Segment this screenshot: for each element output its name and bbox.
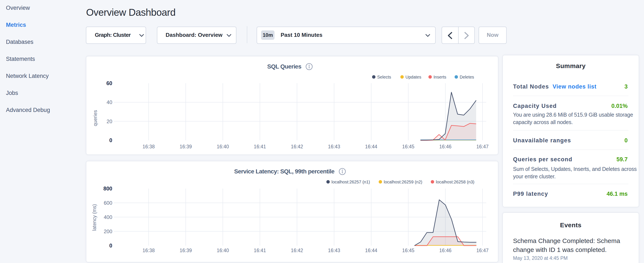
svg-text:16:45: 16:45 <box>402 144 414 149</box>
svg-text:20: 20 <box>106 119 112 124</box>
svg-text:16:40: 16:40 <box>217 144 229 149</box>
svg-text:16:42: 16:42 <box>291 248 303 253</box>
svg-text:400: 400 <box>104 214 112 220</box>
svg-text:16:47: 16:47 <box>476 144 489 149</box>
svg-text:800: 800 <box>103 185 112 191</box>
svg-text:queries: queries <box>92 110 98 126</box>
svg-text:16:39: 16:39 <box>180 248 192 253</box>
svg-text:16:44: 16:44 <box>365 144 378 149</box>
svg-text:16:43: 16:43 <box>328 248 340 253</box>
svg-text:latency (ms): latency (ms) <box>92 204 97 231</box>
svg-text:0: 0 <box>109 137 112 143</box>
svg-text:60: 60 <box>106 80 112 86</box>
svg-text:0: 0 <box>109 242 112 248</box>
svg-text:16:42: 16:42 <box>291 144 303 149</box>
svg-text:16:41: 16:41 <box>254 248 266 253</box>
svg-text:40: 40 <box>106 99 112 105</box>
svg-text:16:46: 16:46 <box>439 248 452 253</box>
svg-text:16:41: 16:41 <box>254 144 266 149</box>
svg-text:16:43: 16:43 <box>328 144 340 149</box>
svg-text:600: 600 <box>104 200 112 206</box>
svg-text:16:38: 16:38 <box>142 144 155 149</box>
svg-text:200: 200 <box>104 228 112 234</box>
svg-text:16:40: 16:40 <box>217 248 229 253</box>
svg-text:16:39: 16:39 <box>180 144 192 149</box>
svg-text:16:46: 16:46 <box>439 144 452 149</box>
svg-text:16:38: 16:38 <box>142 248 155 253</box>
svg-text:16:44: 16:44 <box>365 248 378 253</box>
svg-text:16:45: 16:45 <box>402 248 414 253</box>
svg-text:16:47: 16:47 <box>476 248 489 253</box>
